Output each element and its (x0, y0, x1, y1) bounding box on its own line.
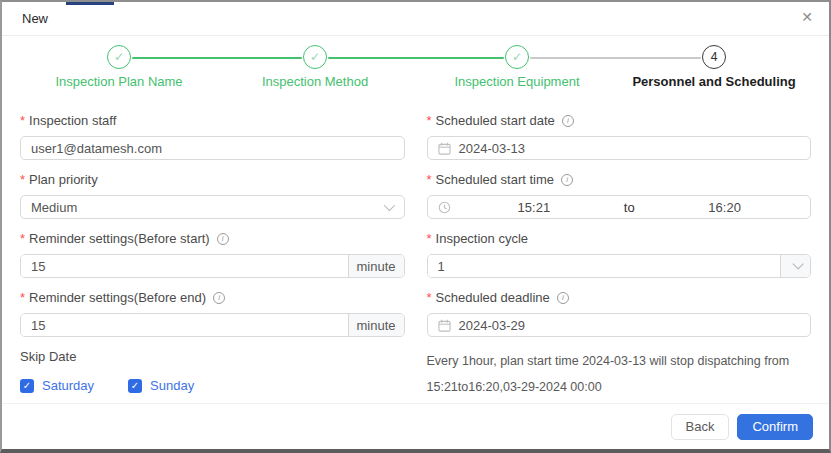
back-button[interactable]: Back (671, 414, 730, 440)
required-marker: * (427, 113, 432, 128)
chevron-down-icon (792, 258, 803, 269)
confirm-button[interactable]: Confirm (737, 414, 813, 440)
checkbox-checked-icon: ✓ (128, 379, 142, 393)
modal-header: New ✕ (2, 2, 829, 36)
reminder-before-start-label: Reminder settings(Before start) (29, 231, 210, 246)
inspection-cycle-input[interactable] (428, 255, 781, 277)
step-connector-3-4 (530, 57, 701, 59)
scheduled-start-time-picker[interactable]: 15:21 to 16:20 (427, 195, 812, 219)
step-1-icon[interactable]: ✓ (107, 45, 131, 69)
modal-dialog: New ✕ ✓ ✓ ✓ 4 Inspection Plan Name Inspe… (0, 0, 831, 453)
calendar-icon (438, 142, 451, 155)
check-icon: ✓ (114, 50, 124, 64)
required-marker: * (20, 172, 25, 187)
field-scheduled-start-time: * Scheduled start time i 15:21 to 16:20 (427, 172, 812, 219)
time-range-separator: to (609, 200, 649, 215)
step-3-icon[interactable]: ✓ (505, 45, 529, 69)
checkbox-sunday-label: Sunday (150, 378, 194, 393)
required-marker: * (427, 172, 432, 187)
scheduled-deadline-picker[interactable]: 2024-03-29 (427, 313, 812, 337)
calendar-icon (438, 319, 451, 332)
required-marker: * (427, 231, 432, 246)
step-connector-1-2 (132, 57, 302, 59)
scheduled-start-date-picker[interactable]: 2024-03-13 (427, 136, 812, 160)
step-2-icon[interactable]: ✓ (303, 45, 327, 69)
inspection-staff-input[interactable] (20, 136, 405, 160)
form-body: * Inspection staff * Plan priority Mediu… (2, 98, 829, 405)
inspection-staff-label: Inspection staff (29, 113, 116, 128)
step-4-icon: 4 (702, 45, 726, 69)
chevron-down-icon (383, 200, 394, 211)
plan-priority-label: Plan priority (29, 172, 98, 187)
field-inspection-cycle: * Inspection cycle (427, 231, 812, 278)
step-1-label[interactable]: Inspection Plan Name (55, 74, 182, 89)
field-inspection-staff: * Inspection staff (20, 113, 405, 160)
reminder-before-start-input[interactable] (21, 255, 348, 277)
close-icon[interactable]: ✕ (801, 10, 813, 24)
check-icon: ✓ (310, 50, 320, 64)
step-2-label[interactable]: Inspection Method (262, 74, 368, 89)
plan-priority-select[interactable]: Medium (20, 195, 405, 219)
field-skip-date: Skip Date ✓ Saturday ✓ Sunday (20, 349, 405, 393)
end-time-value: 16:20 (649, 200, 800, 215)
field-plan-priority: * Plan priority Medium (20, 172, 405, 219)
field-scheduled-start-date: * Scheduled start date i 2024-03-13 (427, 113, 812, 160)
scheduled-start-time-label: Scheduled start time (436, 172, 555, 187)
modal-footer: Back Confirm (2, 403, 829, 449)
skip-date-label: Skip Date (20, 349, 76, 364)
reminder-before-end-unit: minute (348, 314, 404, 336)
check-icon: ✓ (512, 50, 522, 64)
info-icon: i (557, 292, 569, 304)
plan-priority-value: Medium (31, 200, 77, 215)
start-time-value: 15:21 (459, 200, 610, 215)
checkbox-saturday[interactable]: ✓ Saturday (20, 378, 94, 393)
reminder-before-end-input[interactable] (21, 314, 348, 336)
step-4-label: Personnel and Scheduling (632, 74, 795, 89)
checkbox-sunday[interactable]: ✓ Sunday (128, 378, 194, 393)
field-scheduled-deadline: * Scheduled deadline i 2024-03-29 (427, 290, 812, 337)
inspection-cycle-unit-select[interactable] (780, 255, 810, 277)
checkbox-saturday-label: Saturday (42, 378, 94, 393)
scheduled-start-date-label: Scheduled start date (436, 113, 555, 128)
steps-bar: ✓ ✓ ✓ 4 Inspection Plan Name Inspection … (2, 36, 829, 98)
info-icon: i (213, 292, 225, 304)
info-icon: i (561, 174, 573, 186)
step-3-label[interactable]: Inspection Equipment (454, 74, 579, 89)
required-marker: * (20, 113, 25, 128)
reminder-before-end-label: Reminder settings(Before end) (29, 290, 206, 305)
step-4-number: 4 (711, 50, 718, 64)
info-icon: i (217, 233, 229, 245)
dispatch-summary-text: Every 1hour, plan start time 2024-03-13 … (427, 349, 812, 400)
step-connector-2-3 (328, 57, 504, 59)
field-reminder-before-end: * Reminder settings(Before end) i minute (20, 290, 405, 337)
required-marker: * (20, 290, 25, 305)
reminder-before-start-unit: minute (348, 255, 404, 277)
form-left-column: * Inspection staff * Plan priority Mediu… (20, 113, 405, 405)
modal-title: New (22, 11, 48, 26)
form-right-column: * Scheduled start date i 2024-03-13 * Sc… (427, 113, 812, 405)
info-icon: i (562, 115, 574, 127)
scheduled-deadline-label: Scheduled deadline (436, 290, 550, 305)
required-marker: * (427, 290, 432, 305)
field-reminder-before-start: * Reminder settings(Before start) i minu… (20, 231, 405, 278)
inspection-cycle-label: Inspection cycle (436, 231, 529, 246)
checkbox-checked-icon: ✓ (20, 379, 34, 393)
scheduled-deadline-value: 2024-03-29 (459, 318, 526, 333)
required-marker: * (20, 231, 25, 246)
scheduled-start-date-value: 2024-03-13 (459, 141, 526, 156)
clock-icon (438, 201, 451, 214)
